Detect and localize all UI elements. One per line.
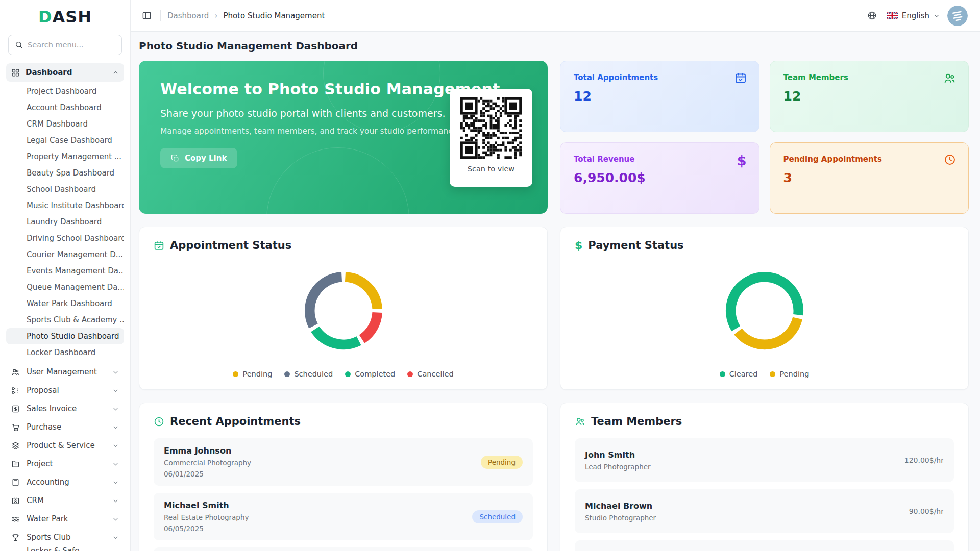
sidebar-subitem[interactable]: Beauty Spa Dashboard [6, 165, 124, 181]
sidebar-item-locker-safe-deposit[interactable]: Locker & Safe Deposit [6, 546, 124, 551]
chevron-down-icon [112, 516, 119, 522]
legend-item-pending[interactable]: Pending [233, 370, 272, 378]
card-title: Appointment Status [170, 239, 291, 252]
donut-segment-cleared[interactable] [730, 277, 798, 329]
chevron-down-icon [112, 387, 119, 394]
sidebar-subitem[interactable]: Legal Case Dashboard [6, 132, 124, 148]
banner-decoration [266, 147, 409, 214]
sidebar-subitem[interactable]: Queue Management Da... [6, 279, 124, 295]
legend-item-scheduled[interactable]: Scheduled [284, 370, 333, 378]
sidebar-item-water-park[interactable]: Water Park [6, 510, 124, 528]
sidebar-section-label: Purchase [27, 422, 61, 432]
sidebar-subitem[interactable]: Project Dashboard [6, 83, 124, 99]
sidebar-item-crm[interactable]: CRM [6, 491, 124, 510]
chevron-down-icon [112, 479, 119, 486]
team-members-card: Team Members John Smith Lead Photographe… [560, 403, 969, 551]
donut-wrap [154, 252, 533, 370]
donut-segment-pending[interactable] [738, 318, 797, 344]
sidebar-subitem[interactable]: Events Management Da... [6, 263, 124, 279]
sidebar-item-proposal[interactable]: Proposal [6, 381, 124, 399]
donut-segment-scheduled[interactable] [309, 277, 341, 326]
sidebar-subitem[interactable]: Driving School Dashboard [6, 230, 124, 246]
users-icon [943, 72, 956, 85]
team-member-row: Michael Brown Studio Photographer 90.00$… [575, 489, 954, 533]
client-name: Michael Smith [164, 500, 249, 510]
sidebar-toggle-button[interactable] [140, 9, 154, 22]
users-icon [11, 368, 20, 377]
card-header: Appointment Status [154, 239, 533, 252]
card-header: Team Members [575, 415, 954, 428]
recent-appointments-card: Recent Appointments Emma Johnson Commerc… [139, 403, 548, 551]
stats-grid: Total Appointments 12 Team Members 12 To… [560, 61, 969, 214]
sidebar-item-accounting[interactable]: Accounting [6, 473, 124, 491]
contact-card-icon [11, 496, 20, 505]
sidebar-item-user-management[interactable]: User Management [6, 363, 124, 381]
legend-item-pending[interactable]: Pending [770, 370, 809, 378]
appointment-info: Michael Smith Real Estate Photography 06… [164, 500, 249, 533]
team-members-list: John Smith Lead Photographer 120.00$/hr … [575, 438, 954, 551]
sidebar-search [8, 35, 122, 55]
sidebar-subitem[interactable]: Laundry Dashboard [6, 214, 124, 230]
user-avatar[interactable] [947, 6, 968, 26]
legend-label: Pending [242, 370, 272, 378]
chevron-down-icon [112, 424, 119, 431]
donut-segment-pending[interactable] [345, 277, 377, 309]
sidebar-item-photo-studio-dashboard[interactable]: Photo Studio Dashboard [6, 328, 124, 344]
sidebar-subitem[interactable]: Music Institute Dashboard [6, 197, 124, 214]
topbar-left: Dashboard › Photo Studio Management [140, 9, 325, 22]
legend-item-cancelled[interactable]: Cancelled [407, 370, 453, 378]
language-selector[interactable]: English [887, 11, 940, 20]
qr-card: Scan to view [450, 89, 532, 187]
sidebar-subitem[interactable]: Locker Dashboard [6, 344, 124, 361]
sidebar-menu: Dashboard Project Dashboard Account Dash… [6, 63, 124, 551]
stat-card-pending-appointments: Pending Appointments 3 [770, 142, 969, 214]
legend-item-completed[interactable]: Completed [345, 370, 395, 378]
sidebar-subitem[interactable]: Water Park Dashboard [6, 295, 124, 312]
sidebar-subitem[interactable]: Account Dashboard [6, 99, 124, 116]
chevron-down-icon [112, 442, 119, 449]
chevron-down-icon [112, 534, 119, 541]
sidebar-section-label: User Management [27, 367, 97, 377]
sidebar: DASH Dashboard Project Dashboard Account… [0, 0, 131, 551]
copy-link-label: Copy Link [185, 154, 227, 163]
sidebar-subitem[interactable]: Sports Club & Academy ... [6, 312, 124, 328]
language-label: English [902, 11, 929, 20]
globe-button[interactable] [865, 9, 879, 22]
stat-value: 6,950.00$ [574, 170, 746, 185]
qr-code [460, 97, 522, 159]
card-title: Team Members [591, 415, 682, 428]
sidebar-item-project[interactable]: Project [6, 455, 124, 473]
welcome-banner: Welcome to Photo Studio Management Share… [139, 61, 548, 214]
sidebar-subitem[interactable]: CRM Dashboard [6, 116, 124, 132]
sidebar-item-sports-club[interactable]: Sports Club [6, 528, 124, 546]
donut-segment-cancelled[interactable] [362, 312, 377, 339]
legend-item-cleared[interactable]: Cleared [720, 370, 758, 378]
sidebar-item-purchase[interactable]: Purchase [6, 418, 124, 436]
sidebar-section-label: Proposal [27, 386, 59, 395]
breadcrumb-dashboard[interactable]: Dashboard [167, 11, 209, 20]
stat-card-team-members: Team Members 12 [770, 61, 969, 132]
sidebar-section-label: Project [27, 459, 53, 468]
sidebar-section-label: CRM [27, 496, 44, 505]
sidebar-subitem[interactable]: Property Management ... [6, 148, 124, 165]
sidebar-item-product-service[interactable]: Product & Service [6, 436, 124, 455]
donut-segment-completed[interactable] [315, 329, 359, 344]
chevron-down-icon [934, 13, 940, 19]
sidebar-subitem[interactable]: School Dashboard [6, 181, 124, 197]
qr-caption: Scan to view [468, 165, 514, 173]
status-badge: Scheduled [472, 510, 523, 523]
top-bar: Dashboard › Photo Studio Management Engl… [131, 0, 980, 32]
clock-icon [944, 154, 956, 166]
sidebar-item-sales-invoice[interactable]: Sales Invoice [6, 399, 124, 418]
divider [160, 10, 161, 21]
copy-link-button[interactable]: Copy Link [160, 148, 237, 168]
legend-dot [407, 371, 413, 377]
sidebar-item-dashboard[interactable]: Dashboard [6, 63, 124, 82]
search-input[interactable] [28, 41, 120, 49]
member-rate: 120.00$/hr [904, 456, 944, 464]
layers-icon [11, 441, 20, 450]
sidebar-subitem[interactable]: Courier Management D... [6, 246, 124, 263]
page-title: Photo Studio Management Dashboard [139, 40, 969, 52]
legend-dot [720, 371, 725, 377]
stat-label: Total Appointments [574, 73, 746, 82]
